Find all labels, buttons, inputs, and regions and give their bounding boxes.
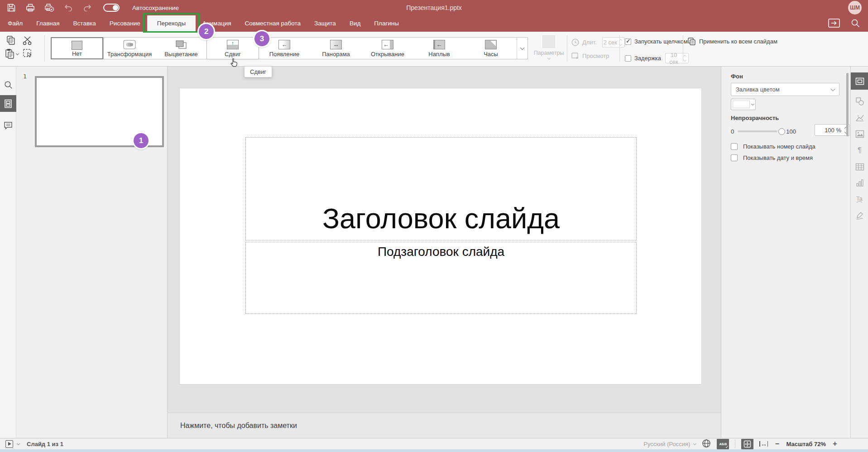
zoom-out-button[interactable]: −: [774, 440, 780, 448]
language-label: Русский (Россия): [643, 441, 690, 447]
bottom-strip: [0, 449, 868, 452]
opacity-slider-track[interactable]: [738, 130, 777, 132]
delay-spinner[interactable]: 10 сек: [665, 53, 689, 63]
slides-panel-icon[interactable]: [0, 95, 16, 112]
transition-morph-icon: [123, 40, 136, 49]
options-button[interactable]: Параметры: [535, 35, 563, 59]
spellcheck-toggle[interactable]: АБВ: [717, 439, 729, 449]
tab-insert[interactable]: Вставка: [67, 15, 103, 32]
notes-area[interactable]: Нажмите, чтобы добавить заметки: [168, 413, 721, 438]
tab-transitions[interactable]: Переходы 2: [147, 15, 196, 32]
title-placeholder[interactable]: Заголовок слайда: [245, 137, 637, 240]
open-file-location-icon[interactable]: [828, 19, 840, 29]
duration-label: Длит.: [582, 39, 597, 46]
signature-settings-icon[interactable]: [851, 207, 868, 224]
transition-gallery: Трансформация Выцветание Сдвиг 3 Сдвиг П…: [103, 37, 528, 59]
redo-icon[interactable]: [82, 3, 92, 13]
slide-thumbnail[interactable]: 1: [35, 76, 164, 147]
transition-tooltip: Сдвиг: [244, 66, 272, 77]
chart-settings-icon[interactable]: [851, 109, 868, 126]
show-slide-number-checkbox[interactable]: [731, 143, 738, 150]
slideshow-options-chevron-icon[interactable]: [17, 442, 20, 445]
transition-clock-button[interactable]: Часы: [465, 38, 517, 59]
undo-icon[interactable]: [63, 3, 73, 13]
cut-icon[interactable]: [22, 34, 34, 46]
show-date-time-checkbox[interactable]: [731, 154, 738, 161]
svg-text:Ta: Ta: [856, 195, 863, 202]
text-art-settings-icon[interactable]: Ta: [851, 191, 868, 208]
apply-to-all-button[interactable]: Применить ко всем слайдам: [687, 37, 777, 46]
apply-all-icon: [687, 37, 696, 46]
duration-spinner[interactable]: 2 сек: [602, 37, 625, 48]
transition-cover-icon: [433, 40, 445, 49]
fill-type-value: Заливка цветом: [736, 86, 780, 93]
opacity-spinner[interactable]: 100 %: [815, 124, 850, 136]
paragraph-settings-icon[interactable]: ¶: [851, 142, 868, 159]
subtitle-placeholder[interactable]: Подзаголовок слайда: [245, 242, 637, 314]
document-language-icon[interactable]: [702, 439, 711, 449]
tab-protection[interactable]: Защита: [307, 15, 343, 32]
slide-settings-icon[interactable]: [851, 72, 868, 90]
find-icon[interactable]: [0, 77, 16, 93]
preview-button[interactable]: Просмотр: [571, 53, 609, 59]
left-toolbar: [0, 67, 16, 438]
select-icon[interactable]: [22, 48, 34, 60]
slide-settings-panel: Фон Заливка цветом Непрозрачность 0 100 …: [721, 67, 850, 438]
save-icon[interactable]: [6, 3, 16, 13]
panel-scrollbar[interactable]: [846, 73, 849, 136]
fit-to-slide-button[interactable]: [741, 439, 753, 449]
transition-cover-button[interactable]: Наплыв: [413, 38, 465, 59]
zoom-in-button[interactable]: +: [832, 440, 838, 448]
tab-collaboration[interactable]: Совместная работа: [238, 15, 307, 32]
paste-dropdown-chevron-icon[interactable]: [16, 52, 19, 55]
gallery-more-button[interactable]: [517, 38, 528, 59]
color-swatch: [733, 101, 750, 108]
notes-placeholder: Нажмите, чтобы добавить заметки: [180, 422, 297, 429]
comments-icon[interactable]: [0, 117, 16, 134]
start-on-click-checkbox[interactable]: [625, 38, 631, 45]
transition-clock-icon: [485, 40, 497, 49]
tab-file[interactable]: Файл: [1, 15, 29, 32]
transition-label: Трансформация: [107, 51, 152, 58]
delay-checkbox[interactable]: [625, 55, 631, 62]
opacity-slider-handle[interactable]: [778, 128, 785, 135]
tab-transitions-label: Переходы: [157, 20, 186, 27]
presentation-editor-window: Автосохранение Презентация1.pptx ШМ Файл…: [0, 0, 868, 452]
transition-pan-icon: [330, 40, 342, 49]
ribbon-transitions: Нет Трансформация Выцветание Сдвиг 3 Сдв…: [0, 32, 868, 67]
language-selector[interactable]: Русский (Россия): [643, 441, 696, 447]
bar-chart-settings-icon[interactable]: [851, 174, 868, 192]
slide[interactable]: Заголовок слайда Подзаголовок слайда: [180, 88, 701, 384]
transition-shift-button[interactable]: Сдвиг 3 Сдвиг: [207, 38, 259, 59]
slide-subtitle-text: Подзаголовок слайда: [378, 242, 504, 259]
transition-uncover-button[interactable]: Открывание: [362, 38, 413, 59]
transition-label: Выцветание: [164, 51, 198, 58]
autosave-label: Автосохранение: [132, 5, 179, 11]
table-settings-icon[interactable]: [851, 158, 868, 175]
quick-print-icon[interactable]: [44, 3, 54, 13]
autosave-toggle[interactable]: [103, 4, 120, 12]
slides-panel: 1 1: [16, 67, 168, 438]
tab-plugins[interactable]: Плагины: [367, 15, 406, 32]
fit-to-width-button[interactable]: ↔: [759, 440, 768, 447]
transition-morph-button[interactable]: Трансформация: [104, 38, 155, 59]
fill-color-button[interactable]: [731, 99, 756, 110]
copy-icon[interactable]: [5, 34, 17, 46]
tab-view[interactable]: Вид: [343, 15, 367, 32]
paste-icon[interactable]: [4, 48, 16, 60]
tab-draw[interactable]: Рисование: [103, 15, 147, 32]
avatar[interactable]: ШМ: [848, 1, 862, 14]
search-icon[interactable]: [851, 19, 860, 29]
transition-label: Сдвиг: [225, 51, 241, 58]
fill-type-select[interactable]: Заливка цветом: [731, 83, 839, 96]
print-icon[interactable]: [25, 3, 35, 13]
tab-home[interactable]: Главная: [29, 15, 66, 32]
image-settings-icon[interactable]: [851, 125, 868, 143]
shape-settings-icon[interactable]: [851, 93, 868, 110]
color-dropdown-chevron-icon[interactable]: [750, 99, 755, 110]
transition-none-button[interactable]: Нет: [51, 37, 103, 59]
transition-none-icon: [72, 41, 82, 50]
transition-pan-button[interactable]: Панорама: [310, 38, 362, 59]
transition-fade-button[interactable]: Выцветание: [155, 38, 207, 59]
start-slideshow-button[interactable]: [5, 440, 13, 448]
